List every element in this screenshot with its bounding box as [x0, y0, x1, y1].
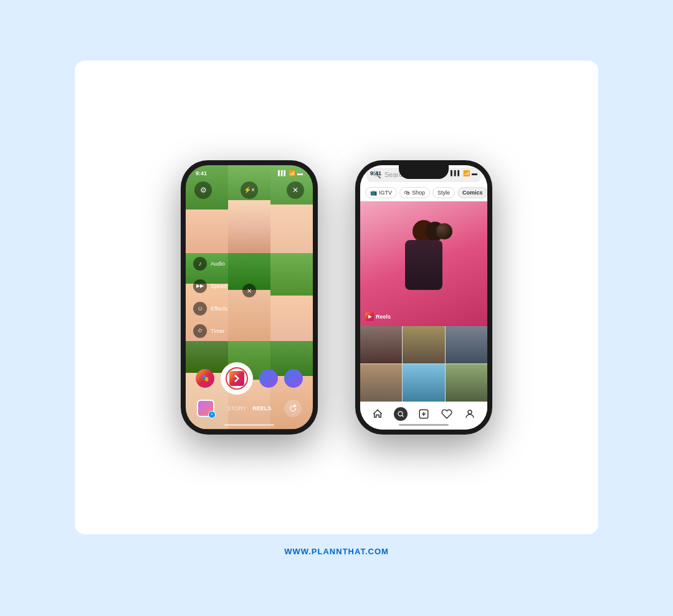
- reels-record-icon: [229, 371, 244, 386]
- effects-icon-btn: ☺: [193, 302, 207, 315]
- story-tab[interactable]: STORY: [227, 405, 247, 411]
- music-icon: ♪: [199, 260, 202, 267]
- svg-point-0: [398, 411, 403, 416]
- speed-menu-item[interactable]: ▶▶ Speed: [193, 279, 227, 293]
- right-phone-screen: 9:41 ▌▌▌ 📶 ▬ 🔍 Search: [360, 165, 487, 430]
- timer-icon: ⏱: [198, 328, 203, 334]
- hero-image-area: ▶ Reels: [360, 201, 487, 326]
- svg-point-5: [468, 410, 472, 414]
- notch: [399, 165, 449, 179]
- grid-cell-6: [270, 253, 313, 341]
- style-tab[interactable]: Style: [432, 187, 455, 198]
- audio-menu-item[interactable]: ♪ Audio: [193, 257, 227, 271]
- battery-icon: ▬: [297, 170, 303, 176]
- grid-thumb-3: [446, 326, 487, 363]
- wifi-icon: 📶: [289, 170, 295, 176]
- left-phone: 9:41 ▌▌▌ 📶 ▬ ⚙ ⚡× ✕: [181, 160, 318, 435]
- explore-grid: [360, 326, 487, 402]
- settings-button[interactable]: ⚙: [194, 181, 212, 199]
- left-status-icons: ▌▌▌ 📶 ▬: [278, 170, 303, 176]
- cancel-icon: ✕: [247, 287, 252, 294]
- reels-label: ▶ Reels: [365, 312, 391, 321]
- grid-thumb-5: [403, 364, 444, 402]
- explore-screen: 9:41 ▌▌▌ 📶 ▬ 🔍 Search: [360, 165, 487, 430]
- speed-icon-btn: ▶▶: [193, 279, 207, 293]
- camera-screen: 9:41 ▌▌▌ 📶 ▬ ⚙ ⚡× ✕: [186, 165, 313, 430]
- audio-label: Audio: [211, 261, 225, 267]
- igtv-label: IGTV: [379, 190, 392, 196]
- flash-icon: ⚡×: [244, 186, 255, 193]
- filter-button-3[interactable]: [284, 369, 303, 388]
- style-label: Style: [437, 190, 450, 196]
- shutter-row: 🎭: [194, 362, 304, 395]
- profile-nav-button[interactable]: [463, 407, 477, 421]
- torso: [405, 240, 442, 290]
- category-tabs: 📺 IGTV 🛍 Shop Style Comics TV & Movie: [360, 185, 487, 201]
- right-status-icons: ▌▌▌ 📶 ▬: [451, 170, 477, 176]
- timer-icon-btn: ⏱: [193, 324, 207, 338]
- grid-thumb-4: [360, 364, 402, 402]
- hero-background: ▶ Reels: [360, 201, 487, 326]
- grid-thumb-6: [446, 364, 487, 402]
- left-time: 9:41: [196, 170, 207, 176]
- filter-button-1[interactable]: 🎭: [196, 369, 214, 388]
- timer-menu-item[interactable]: ⏱ Timer: [193, 324, 227, 338]
- search-nav-button[interactable]: [394, 407, 408, 421]
- hero-person: [392, 220, 456, 326]
- home-nav-button[interactable]: [371, 407, 384, 421]
- right-phone: 9:41 ▌▌▌ 📶 ▬ 🔍 Search: [355, 160, 492, 435]
- left-phone-screen: 9:41 ▌▌▌ 📶 ▬ ⚙ ⚡× ✕: [186, 165, 313, 430]
- reels-icon: ▶: [365, 312, 374, 321]
- right-signal-icon: ▌▌▌: [451, 170, 461, 176]
- grid-thumb-2: [403, 326, 444, 363]
- home-indicator-right: [399, 424, 449, 426]
- close-button[interactable]: ✕: [287, 181, 304, 199]
- close-icon: ✕: [292, 186, 298, 195]
- effects-menu-item[interactable]: ☺ Effects: [193, 302, 227, 315]
- reels-tab[interactable]: REELS: [252, 405, 271, 411]
- right-battery-icon: ▬: [472, 170, 477, 176]
- camera-top-bar: ⚙ ⚡× ✕: [186, 179, 313, 201]
- igtv-icon: 📺: [370, 190, 377, 196]
- add-nav-button[interactable]: [417, 407, 431, 421]
- basketball: [436, 223, 452, 239]
- effects-label: Effects: [211, 306, 227, 312]
- add-to-story-icon: +: [208, 411, 216, 418]
- speed-icon: ▶▶: [196, 283, 204, 289]
- shutter-button[interactable]: [221, 362, 253, 395]
- camera-side-menu: ♪ Audio ▶▶ Speed ☺ Effects: [193, 257, 227, 338]
- flash-button[interactable]: ⚡×: [241, 181, 258, 199]
- left-status-bar: 9:41 ▌▌▌ 📶 ▬: [186, 165, 313, 179]
- comics-tab[interactable]: Comics: [457, 187, 487, 198]
- right-time: 9:41: [370, 170, 381, 176]
- comics-label: Comics: [462, 190, 483, 196]
- filter-button-2[interactable]: [259, 369, 278, 388]
- mode-tabs: STORY REELS: [227, 405, 272, 411]
- effects-icon: ☺: [197, 305, 203, 312]
- cancel-recording-button[interactable]: ✕: [242, 284, 256, 297]
- shop-icon: 🛍: [404, 190, 410, 196]
- bottom-nav-left: + STORY REELS: [194, 400, 304, 417]
- home-indicator-left: [224, 424, 274, 426]
- grid-thumb-1: [360, 326, 402, 363]
- heart-nav-button[interactable]: [440, 407, 454, 421]
- right-wifi-icon: 📶: [463, 170, 470, 176]
- user-avatar[interactable]: +: [197, 400, 214, 417]
- website-url: WWW.PLANNTHAT.COM: [284, 547, 389, 556]
- shop-label: Shop: [412, 190, 425, 196]
- settings-icon: ⚙: [200, 186, 207, 195]
- switch-camera-button[interactable]: [284, 400, 302, 417]
- shop-tab[interactable]: 🛍 Shop: [399, 187, 430, 198]
- main-container: 9:41 ▌▌▌ 📶 ▬ ⚙ ⚡× ✕: [75, 60, 598, 534]
- svg-line-1: [402, 415, 403, 416]
- reels-text: Reels: [376, 314, 391, 320]
- speed-label: Speed: [211, 283, 227, 289]
- shutter-inner: [226, 367, 248, 390]
- camera-bottom: 🎭: [186, 356, 313, 430]
- signal-icon: ▌▌▌: [278, 170, 287, 176]
- audio-icon-btn: ♪: [193, 257, 207, 271]
- timer-label: Timer: [211, 328, 225, 334]
- igtv-tab[interactable]: 📺 IGTV: [365, 187, 397, 198]
